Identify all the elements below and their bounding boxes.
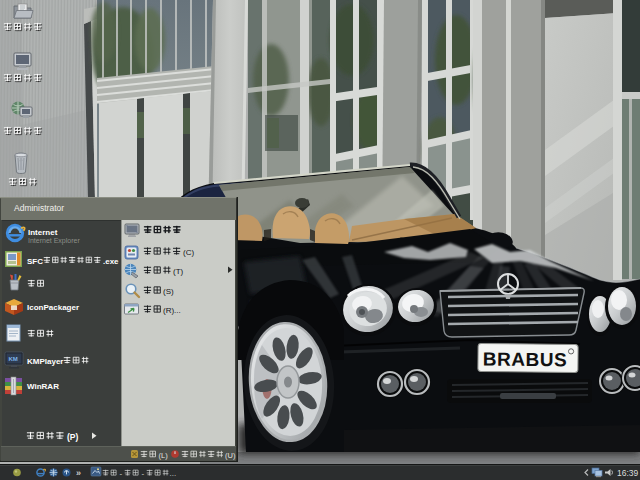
svg-text:BRABUS: BRABUS bbox=[483, 349, 567, 371]
svg-text:(S): (S) bbox=[163, 287, 174, 296]
svg-text:-: - bbox=[120, 469, 123, 478]
svg-text:(U): (U) bbox=[225, 451, 236, 460]
svg-text:Internet: Internet bbox=[28, 228, 58, 237]
svg-text:WinRAR: WinRAR bbox=[27, 382, 59, 391]
svg-text:SFC: SFC bbox=[27, 257, 43, 266]
svg-text:-: - bbox=[142, 469, 145, 478]
svg-text:(P): (P) bbox=[67, 432, 79, 442]
svg-text:(C): (C) bbox=[183, 248, 194, 257]
svg-text:IconPackager: IconPackager bbox=[27, 303, 79, 312]
svg-text:KMPlayer: KMPlayer bbox=[27, 357, 63, 366]
svg-text:Administrator: Administrator bbox=[14, 203, 64, 213]
svg-text:16:39: 16:39 bbox=[617, 468, 639, 478]
svg-text:.exe: .exe bbox=[103, 257, 119, 266]
svg-text:Internet Explorer: Internet Explorer bbox=[28, 237, 80, 245]
svg-text:...: ... bbox=[170, 469, 177, 478]
svg-text:(R)...: (R)... bbox=[163, 306, 181, 315]
svg-text:(T): (T) bbox=[173, 267, 184, 276]
svg-text:KM: KM bbox=[9, 356, 18, 362]
svg-text:»: » bbox=[76, 468, 81, 478]
svg-text:(L): (L) bbox=[159, 451, 169, 460]
